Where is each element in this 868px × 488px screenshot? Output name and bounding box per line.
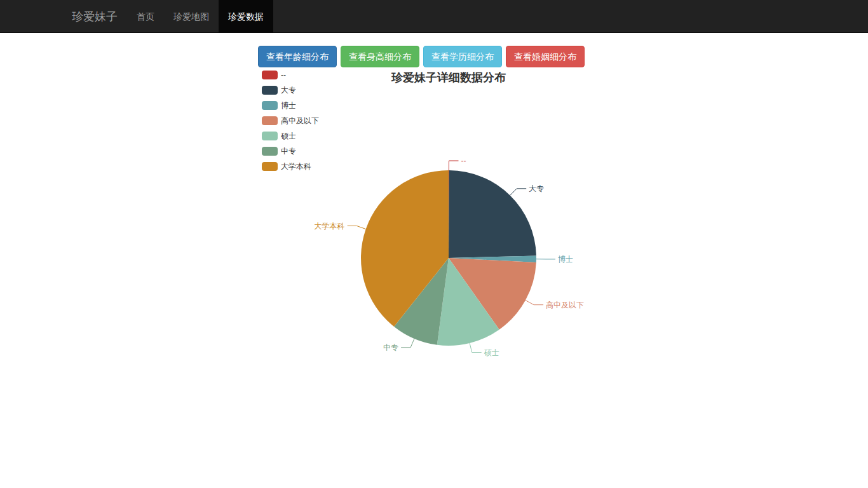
nav-link-data[interactable]: 珍爱数据 [219,0,273,33]
navbar-container: 珍爱妹子 首页 珍爱地图 珍爱数据 [62,0,806,32]
nav-link-home[interactable]: 首页 [127,0,164,33]
navbar: 珍爱妹子 首页 珍爱地图 珍爱数据 [0,0,868,33]
view-marriage-distribution-button[interactable]: 查看婚姻细分布 [506,46,585,67]
filter-button-row: 查看年龄细分布 查看身高细分布 查看学历细分布 查看婚姻细分布 [258,46,585,67]
pie-svg: --大专博士高中及以下硕士中专大学本科 [258,70,639,451]
pie-label-line-4 [470,343,482,353]
pie-label-0: -- [461,156,466,165]
view-height-distribution-button[interactable]: 查看身高细分布 [341,46,419,67]
pie-label-5: 中专 [383,343,398,352]
view-age-distribution-button[interactable]: 查看年龄细分布 [258,46,337,67]
navbar-menu: 首页 珍爱地图 珍爱数据 [127,0,273,32]
view-education-distribution-button[interactable]: 查看学历细分布 [423,46,502,67]
pie-label-4: 硕士 [484,348,499,357]
pie-slice-1[interactable] [449,170,536,258]
pie-label-line-6 [348,226,366,229]
pie-label-1: 大专 [529,184,544,193]
pie-label-3: 高中及以下 [546,301,584,309]
navbar-brand[interactable]: 珍爱妹子 [72,0,127,32]
pie-label-6: 大学本科 [315,222,345,231]
nav-item-map: 珍爱地图 [164,0,219,32]
pie-label-line-0 [449,161,458,170]
pie-label-line-3 [526,301,543,305]
pie-label-2: 博士 [558,255,573,264]
nav-item-home: 首页 [127,0,164,32]
nav-link-map[interactable]: 珍爱地图 [164,0,219,33]
nav-item-data: 珍爱数据 [219,0,273,32]
pie-label-line-5 [401,339,414,348]
pie-label-line-1 [510,189,527,196]
pie-chart-container: 珍爱妹子详细数据分布 --大专博士高中及以下硕士中专大学本科 --大专博士高中及… [258,70,639,451]
